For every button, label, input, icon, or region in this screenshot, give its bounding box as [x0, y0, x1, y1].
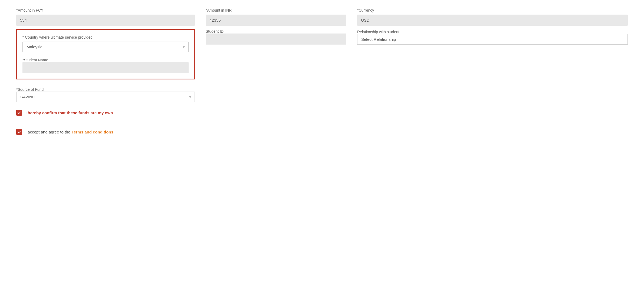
relationship-group: Relationship with student Select Relatio… — [357, 29, 628, 45]
country-select[interactable]: Malaysia India USA UK Australia — [22, 42, 189, 52]
source-fund-label: *Source of Fund — [16, 87, 44, 92]
student-name-input[interactable] — [22, 62, 189, 73]
source-fund-select[interactable]: SAVING SALARY BUSINESS INVESTMENT — [16, 92, 195, 102]
relationship-placeholder: Select Relationship — [361, 37, 396, 42]
relationship-label: Relationship with student — [357, 30, 399, 34]
country-label: * Country where ultimate service provide… — [22, 35, 189, 39]
country-select-wrapper: Malaysia India USA UK Australia — [22, 42, 189, 52]
source-fund-group: *Source of Fund SAVING SALARY BUSINESS I… — [16, 87, 195, 102]
confirm-checkbox[interactable] — [16, 110, 22, 116]
amount-fcy-input[interactable] — [16, 15, 195, 26]
terms-checkbox[interactable] — [16, 129, 22, 135]
highlight-box: * Country where ultimate service provide… — [16, 29, 195, 79]
student-id-input[interactable] — [206, 34, 346, 45]
currency-label: *Currency — [357, 8, 628, 12]
amount-inr-label: *Amount in INR — [206, 8, 346, 12]
source-fund-select-wrapper: SAVING SALARY BUSINESS INVESTMENT — [16, 92, 195, 102]
form-container: *Amount in FCY *Amount in INR *Currency … — [16, 8, 628, 135]
student-id-label: Student ID — [206, 29, 224, 34]
relationship-select-box[interactable]: Select Relationship — [357, 34, 628, 45]
currency-input[interactable] — [357, 15, 628, 26]
terms-link[interactable]: Terms and conditions — [71, 130, 113, 134]
right-cols: Student ID Relationship with student Sel… — [206, 29, 628, 45]
amount-fcy-group: *Amount in FCY — [16, 8, 195, 26]
terms-prefix: I accept and agree to the — [25, 130, 71, 134]
terms-checkbox-row: I accept and agree to the Terms and cond… — [16, 129, 628, 135]
divider — [16, 121, 628, 121]
checkmark-icon — [17, 111, 21, 115]
confirm-checkbox-label: I hereby confirm that these funds are my… — [25, 111, 113, 115]
student-name-section-inside: *Student Name — [22, 58, 189, 73]
student-id-row: Student ID Relationship with student Sel… — [206, 29, 628, 45]
student-id-group: Student ID — [206, 29, 346, 45]
amount-fcy-label: *Amount in FCY — [16, 8, 195, 12]
student-name-label: *Student Name — [22, 58, 48, 62]
terms-checkbox-label: I accept and agree to the Terms and cond… — [25, 130, 113, 134]
confirm-checkbox-row: I hereby confirm that these funds are my… — [16, 110, 628, 116]
amount-inr-group: *Amount in INR — [206, 8, 346, 26]
middle-section: * Country where ultimate service provide… — [16, 29, 628, 79]
currency-group: *Currency — [357, 8, 628, 26]
amount-inr-input[interactable] — [206, 15, 346, 26]
country-group: * Country where ultimate service provide… — [22, 35, 189, 52]
terms-checkmark-icon — [17, 130, 21, 134]
amounts-row: *Amount in FCY *Amount in INR *Currency — [16, 8, 628, 26]
